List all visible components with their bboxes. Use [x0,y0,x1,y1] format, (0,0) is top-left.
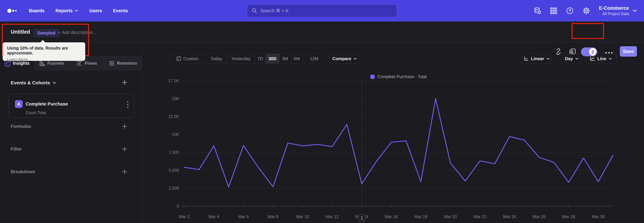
range-custom[interactable]: Custom [170,54,206,63]
learn-more-link[interactable]: Learn More [7,57,28,62]
svg-text:Mar 6: Mar 6 [238,214,249,219]
data-management-icon[interactable] [534,7,541,15]
svg-text:Mar 4: Mar 4 [208,214,219,219]
apps-grid-icon[interactable] [550,7,557,15]
event-series-letter: A [15,100,23,108]
svg-text:Mar 28: Mar 28 [562,214,575,219]
chevron-down-icon [354,58,357,60]
calendar-icon [176,56,181,61]
legend-label: Complete Purchase - Total [377,74,427,79]
chart-type-dropdown[interactable]: Line [585,54,616,64]
svg-text:0: 0 [177,204,179,208]
search-icon [252,8,257,14]
breakdown-section: Breakdown [0,168,142,175]
chevron-down-icon [575,58,578,60]
chevron-down-icon [546,58,550,60]
more-options-icon[interactable] [605,52,613,54]
range-6m[interactable]: 6M [291,54,303,63]
chevron-down-icon [52,82,56,84]
add-filter-button[interactable] [122,146,128,152]
add-description[interactable]: + Add description... [58,30,96,35]
event-options-icon[interactable] [127,101,129,108]
nav-users[interactable]: Users [90,8,102,14]
nav-links: Boards Reports Users Events [29,8,128,14]
tooltip-text: Using 10% of data. Results are approxima… [7,46,81,55]
event-card[interactable]: A Complete Purchase Count Total [8,94,134,118]
svg-text:Mar 2: Mar 2 [179,214,190,219]
filter-label: Filter [11,147,22,152]
svg-text:Mar 16: Mar 16 [385,214,398,219]
date-range-control: Custom Today Yesterday 7D 30D 3M 6M 12M [169,54,326,64]
chevron-down-icon [632,10,637,12]
line-chart-icon [590,56,595,61]
svg-text:15K: 15K [172,96,179,101]
svg-text:Mar 12: Mar 12 [326,214,339,219]
range-today[interactable]: Today [206,54,227,63]
retention-icon [109,60,114,66]
range-7d[interactable]: 7D [255,54,266,63]
mixpanel-logo[interactable] [7,8,18,14]
top-navigation: Boards Reports Users Events Search ⌘ + K [0,0,644,22]
project-scope: All Project Data [599,12,629,16]
scale-dropdown[interactable]: Linear [522,54,551,64]
nav-events[interactable]: Events [113,8,128,14]
formulas-label: Formulas [11,124,31,129]
nav-reports[interactable]: Reports [56,8,78,14]
svg-text:7,500: 7,500 [168,150,179,155]
breakdown-label: Breakdown [11,169,35,174]
help-icon[interactable]: ? [566,7,574,15]
lightning-bolt-icon [591,50,595,54]
report-sidebar: Insights Funnels Flows [0,43,142,223]
range-30d[interactable]: 30D [266,54,280,63]
add-formula-button[interactable] [122,123,128,129]
logo-dots-icon [7,8,18,14]
filter-section: Filter [0,145,142,153]
svg-text:12.5K: 12.5K [168,114,179,119]
events-cohorts-header[interactable]: Events & Cohorts [11,80,56,85]
sampled-badge[interactable]: Sampled [33,29,59,37]
tab-retention[interactable]: Retention [104,56,142,71]
event-name[interactable]: Complete Purchase [26,101,68,107]
svg-text:Mar 18: Mar 18 [414,214,427,219]
svg-text:17.5K: 17.5K [168,78,179,83]
copy-link-icon[interactable] [555,48,562,55]
chevron-down-icon [75,10,78,12]
add-breakdown-button[interactable] [122,169,128,175]
svg-text:Mar 26: Mar 26 [533,214,546,219]
range-3m[interactable]: 3M [280,54,291,63]
report-title[interactable]: Untitled [11,29,30,35]
search-placeholder: Search ⌘ + K [260,8,289,14]
svg-text:Mar 30: Mar 30 [592,214,605,219]
nav-right-cluster: ? E-Commerce All Project Data [534,0,637,22]
linear-axis-icon [524,56,528,61]
chart-legend[interactable]: Complete Purchase - Total [370,74,427,79]
svg-text:2,500: 2,500 [168,186,179,190]
legend-swatch [370,75,375,79]
compare-button[interactable]: Compare [329,54,360,64]
settings-gear-icon[interactable] [582,7,590,15]
nav-boards[interactable]: Boards [29,8,44,14]
formulas-section: Formulas [0,123,142,130]
interval-dropdown[interactable]: Day [561,54,582,64]
svg-text:Mar 10: Mar 10 [296,214,309,219]
svg-text:10K: 10K [172,132,179,137]
svg-text:Mar 8: Mar 8 [268,214,278,219]
sampling-tooltip: Using 10% of data. Results are approxima… [3,42,85,61]
annotation-marker[interactable]: 1 [358,214,366,221]
report-title-bar: Untitled Sampled + Add description... Sa… [0,22,644,43]
svg-text:Mar 22: Mar 22 [474,214,486,219]
chevron-down-icon [608,58,612,60]
range-yesterday[interactable]: Yesterday [227,54,255,63]
search-input[interactable]: Search ⌘ + K [247,4,397,17]
event-metric[interactable]: Count Total [26,110,46,115]
save-button[interactable]: Save [620,46,637,57]
range-12m[interactable]: 12M [303,54,325,63]
project-selector[interactable]: E-Commerce All Project Data [599,5,637,16]
svg-text:5,000: 5,000 [168,168,179,173]
line-chart[interactable]: 02,5005,0007,50010K12.5K15K17.5KMar 2Mar… [161,74,630,222]
svg-text:?: ? [569,9,571,13]
svg-text:Mar 24: Mar 24 [503,214,516,219]
project-name: E-Commerce [599,5,629,11]
svg-text:Mar 20: Mar 20 [444,214,457,219]
add-event-button[interactable] [122,79,128,85]
